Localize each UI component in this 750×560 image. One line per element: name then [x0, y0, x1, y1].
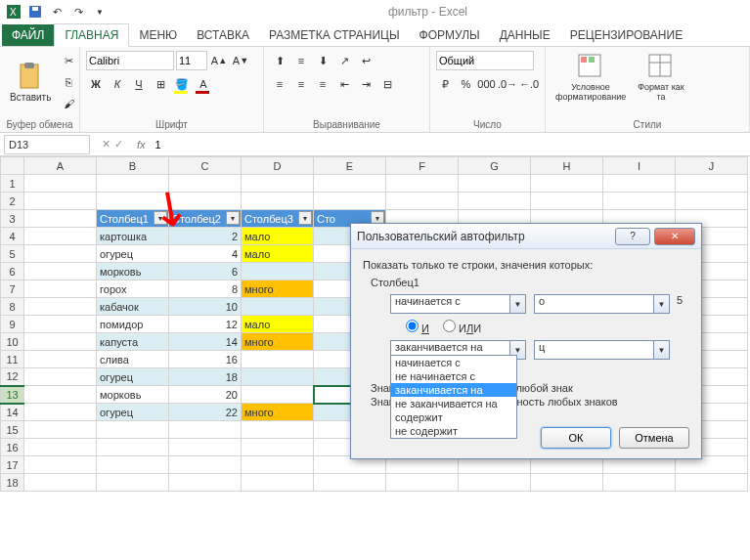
name-box[interactable]: D13: [4, 135, 90, 154]
cell[interactable]: [97, 175, 169, 193]
row-header[interactable]: 6: [1, 263, 24, 280]
cell[interactable]: огурец: [97, 404, 169, 421]
cell[interactable]: много: [242, 280, 314, 298]
undo-icon[interactable]: ↶: [47, 2, 66, 22]
row-header[interactable]: 15: [1, 421, 24, 439]
conditional-formatting-button[interactable]: Условное форматирование: [551, 51, 630, 104]
cell[interactable]: помидор: [97, 316, 169, 333]
cancel-button[interactable]: Отмена: [619, 427, 689, 449]
align-center-icon[interactable]: ≡: [291, 74, 311, 94]
filter-arrow-icon[interactable]: ▾: [226, 211, 240, 225]
row-header[interactable]: 3: [1, 210, 24, 228]
cell[interactable]: [24, 351, 97, 368]
cell[interactable]: [169, 439, 242, 456]
cell[interactable]: [24, 245, 97, 263]
cell[interactable]: мало: [242, 228, 314, 245]
align-bottom-icon[interactable]: ⬇: [313, 51, 332, 70]
cell[interactable]: морковь: [97, 263, 169, 280]
cell[interactable]: [24, 439, 97, 456]
cell[interactable]: 12: [169, 316, 242, 333]
cell[interactable]: [24, 456, 97, 474]
filter-arrow-icon[interactable]: ▾: [154, 211, 167, 225]
cell[interactable]: [531, 474, 603, 492]
close-button[interactable]: ✕: [654, 228, 695, 245]
cell[interactable]: 20: [169, 386, 242, 404]
cell[interactable]: [676, 474, 748, 492]
column-header-H[interactable]: H: [531, 157, 603, 175]
value1-input[interactable]: о▼: [534, 294, 670, 314]
indent-decrease-icon[interactable]: ⇤: [334, 74, 354, 94]
tab-insert[interactable]: ВСТАВКА: [187, 24, 259, 46]
cell[interactable]: [97, 193, 169, 210]
cell[interactable]: [24, 368, 97, 386]
cell[interactable]: много: [242, 333, 314, 351]
cell[interactable]: [24, 333, 97, 351]
bold-button[interactable]: Ж: [86, 74, 106, 94]
save-icon[interactable]: [25, 2, 45, 22]
cell[interactable]: 16: [169, 351, 242, 368]
column-header-J[interactable]: J: [676, 157, 748, 175]
cell[interactable]: [24, 404, 97, 421]
format-painter-icon[interactable]: 🖌: [59, 94, 78, 113]
cell[interactable]: [459, 175, 531, 193]
cell[interactable]: [169, 193, 242, 210]
cell[interactable]: [24, 175, 97, 193]
cell[interactable]: капуста: [97, 333, 169, 351]
cell[interactable]: [24, 280, 97, 298]
tab-home[interactable]: ГЛАВНАЯ: [54, 23, 129, 47]
help-button[interactable]: ?: [615, 228, 650, 245]
select-all-corner[interactable]: [1, 157, 24, 175]
cell[interactable]: [97, 474, 169, 492]
cell[interactable]: [386, 175, 459, 193]
cell[interactable]: [24, 298, 97, 316]
row-header[interactable]: 7: [1, 280, 24, 298]
cell[interactable]: [242, 456, 314, 474]
comma-icon[interactable]: 000: [477, 74, 496, 94]
cell[interactable]: много: [242, 404, 314, 421]
cell[interactable]: [24, 474, 97, 492]
cell[interactable]: [314, 193, 386, 210]
cell[interactable]: [676, 175, 748, 193]
font-size-select[interactable]: [176, 51, 207, 70]
cell[interactable]: [169, 456, 242, 474]
borders-icon[interactable]: ⊞: [151, 74, 170, 94]
dropdown-option[interactable]: не заканчивается на: [391, 397, 516, 410]
filter-arrow-icon[interactable]: ▾: [298, 211, 312, 225]
format-as-table-button[interactable]: Формат как та: [634, 51, 688, 104]
cell[interactable]: [24, 421, 97, 439]
font-name-select[interactable]: [86, 51, 174, 70]
cell[interactable]: [242, 298, 314, 316]
dropdown-option[interactable]: содержит: [391, 410, 516, 424]
align-middle-icon[interactable]: ≡: [291, 51, 311, 70]
column-header-I[interactable]: I: [603, 157, 676, 175]
cell[interactable]: огурец: [97, 245, 169, 263]
row-header[interactable]: 2: [1, 193, 24, 210]
row-header[interactable]: 16: [1, 439, 24, 456]
cell[interactable]: мало: [242, 245, 314, 263]
column-header-C[interactable]: C: [169, 157, 242, 175]
tab-review[interactable]: РЕЦЕНЗИРОВАНИЕ: [560, 24, 692, 46]
row-header[interactable]: 4: [1, 228, 24, 245]
redo-icon[interactable]: ↷: [68, 2, 88, 22]
copy-icon[interactable]: ⎘: [59, 72, 78, 92]
align-top-icon[interactable]: ⬆: [270, 51, 289, 70]
tab-menu[interactable]: МЕНЮ: [129, 24, 187, 46]
row-header[interactable]: 5: [1, 245, 24, 263]
row-header[interactable]: 12: [1, 368, 24, 386]
number-format-select[interactable]: [436, 51, 534, 70]
tab-formulas[interactable]: ФОРМУЛЫ: [410, 24, 490, 46]
cell[interactable]: картошка: [97, 228, 169, 245]
cell[interactable]: [242, 386, 314, 404]
cell[interactable]: [169, 474, 242, 492]
cell[interactable]: [242, 474, 314, 492]
qat-dropdown-icon[interactable]: ▼: [90, 2, 110, 22]
cell[interactable]: [314, 175, 386, 193]
cell[interactable]: [459, 474, 531, 492]
cell[interactable]: Столбец1▾: [97, 210, 169, 228]
column-header-G[interactable]: G: [459, 157, 531, 175]
cell[interactable]: [676, 193, 748, 210]
row-header[interactable]: 14: [1, 404, 24, 421]
align-right-icon[interactable]: ≡: [313, 74, 332, 94]
row-header[interactable]: 1: [1, 175, 24, 193]
cell[interactable]: [97, 456, 169, 474]
